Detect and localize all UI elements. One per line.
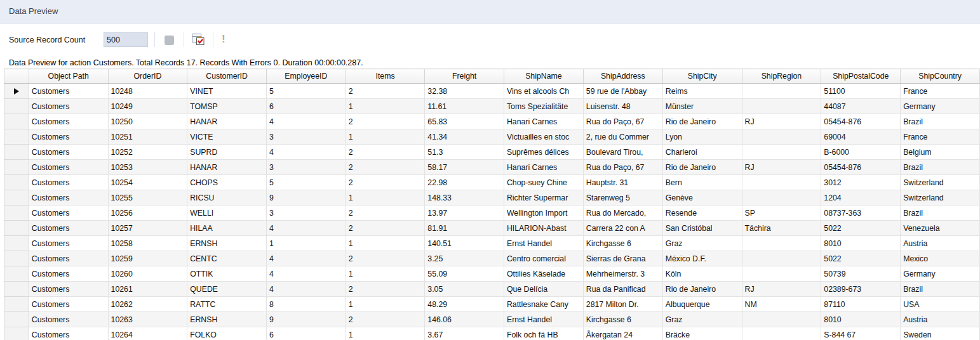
cell[interactable]: 10263	[108, 312, 187, 327]
cell[interactable]: 8010	[821, 312, 901, 327]
cell[interactable]: Rua do Mercado,	[583, 206, 662, 221]
cell[interactable]: 4	[266, 251, 346, 266]
cell[interactable]: 10259	[108, 251, 187, 266]
cell[interactable]: 1	[346, 266, 425, 282]
cell[interactable]: Köln	[662, 266, 742, 282]
cell[interactable]: 10250	[108, 114, 187, 129]
cell[interactable]: 02389-673	[821, 282, 901, 297]
cell[interactable]: 2	[346, 206, 425, 221]
row-selector[interactable]	[4, 160, 29, 175]
cell[interactable]: Vins et alcools Ch	[504, 84, 583, 99]
cell[interactable]: 4	[266, 114, 346, 129]
cell[interactable]: 8010	[821, 236, 901, 251]
cell[interactable]: USA	[901, 297, 980, 312]
cell[interactable]: Münster	[662, 99, 742, 114]
cell[interactable]: RJ	[742, 114, 821, 129]
cell[interactable]: 2	[346, 175, 425, 190]
cell[interactable]: 1	[346, 327, 425, 340]
cell[interactable]	[742, 266, 821, 282]
cell[interactable]: RJ	[742, 160, 821, 175]
cell[interactable]: Wellington Import	[504, 206, 583, 221]
cell[interactable]: Graz	[662, 312, 742, 327]
cell[interactable]: 65.83	[425, 114, 504, 129]
cell[interactable]: Toms Spezialitäte	[504, 99, 583, 114]
cell[interactable]: 148.33	[425, 190, 504, 206]
row-selector[interactable]	[4, 312, 29, 327]
cell[interactable]: Hanari Carnes	[504, 160, 583, 175]
cell[interactable]	[742, 236, 821, 251]
data-preview-check-icon[interactable]	[191, 32, 205, 46]
column-header-shipcountry[interactable]: ShipCountry	[901, 69, 980, 84]
cell[interactable]	[742, 190, 821, 206]
row-selector[interactable]	[4, 190, 29, 206]
cell[interactable]: Sierras de Grana	[583, 251, 662, 266]
cell[interactable]: 140.51	[425, 236, 504, 251]
cell[interactable]	[742, 175, 821, 190]
cell[interactable]: QUEDE	[187, 282, 267, 297]
selector-column-header[interactable]	[4, 69, 29, 84]
cell[interactable]: 1	[266, 236, 346, 251]
cell[interactable]: 2	[346, 114, 425, 129]
cell[interactable]: Belgium	[901, 145, 980, 160]
row-selector[interactable]	[4, 206, 29, 221]
cell[interactable]: Customers	[29, 114, 108, 129]
cell[interactable]: OTTIK	[187, 266, 267, 282]
cell[interactable]: Rua do Paço, 67	[583, 114, 662, 129]
row-selector[interactable]	[4, 266, 29, 282]
cell[interactable]: CENTC	[187, 251, 267, 266]
cell[interactable]: CHOPS	[187, 175, 267, 190]
cell[interactable]: Venezuela	[901, 221, 980, 236]
cell[interactable]: 6	[266, 99, 346, 114]
cell[interactable]: 5	[266, 175, 346, 190]
row-selector[interactable]	[4, 251, 29, 266]
cell[interactable]: 44087	[821, 99, 901, 114]
cell[interactable]: 87110	[821, 297, 901, 312]
cell[interactable]: Kirchgasse 6	[583, 312, 662, 327]
cell[interactable]: 11.61	[425, 99, 504, 114]
cell[interactable]: 2	[346, 84, 425, 99]
cell[interactable]: 146.06	[425, 312, 504, 327]
cell[interactable]: Centro comercial	[504, 251, 583, 266]
cell[interactable]: Boulevard Tirou,	[583, 145, 662, 160]
cell[interactable]: 10255	[108, 190, 187, 206]
cell[interactable]: Charleroi	[662, 145, 742, 160]
cell[interactable]: 10262	[108, 297, 187, 312]
cell[interactable]: 69004	[821, 129, 901, 145]
cell[interactable]: Customers	[29, 312, 108, 327]
column-header-shipregion[interactable]: ShipRegion	[742, 69, 821, 84]
cell[interactable]: 55.09	[425, 266, 504, 282]
cell[interactable]: HANAR	[187, 114, 267, 129]
cell[interactable]: 10261	[108, 282, 187, 297]
column-header-shipaddress[interactable]: ShipAddress	[583, 69, 662, 84]
column-header-orderid[interactable]: OrderID	[108, 69, 187, 84]
cell[interactable]: Austria	[901, 312, 980, 327]
cell[interactable]: 81.91	[425, 221, 504, 236]
cell[interactable]: Germany	[901, 266, 980, 282]
cell[interactable]: 10260	[108, 266, 187, 282]
cell[interactable]: 05454-876	[821, 160, 901, 175]
column-header-shipcity[interactable]: ShipCity	[662, 69, 742, 84]
cell[interactable]: Resende	[662, 206, 742, 221]
cell[interactable]: 3	[266, 206, 346, 221]
cell[interactable]: Lyon	[662, 129, 742, 145]
cell[interactable]: Customers	[29, 282, 108, 297]
cell[interactable]: Switzerland	[901, 190, 980, 206]
cell[interactable]: 10254	[108, 175, 187, 190]
cell[interactable]: 4	[266, 266, 346, 282]
cell[interactable]: México D.F.	[662, 251, 742, 266]
cell[interactable]: Ernst Handel	[504, 312, 583, 327]
cell[interactable]: Germany	[901, 99, 980, 114]
cell[interactable]: Customers	[29, 327, 108, 340]
column-header-items[interactable]: Items	[346, 69, 425, 84]
row-selector[interactable]	[4, 327, 29, 340]
cell[interactable]: Rua do Paço, 67	[583, 160, 662, 175]
cell[interactable]: 1	[346, 129, 425, 145]
column-header-object-path[interactable]: Object Path	[29, 69, 108, 84]
cell[interactable]: 10252	[108, 145, 187, 160]
cell[interactable]: 10257	[108, 221, 187, 236]
cell[interactable]: Chop-suey Chine	[504, 175, 583, 190]
cell[interactable]: 1	[346, 297, 425, 312]
cell[interactable]: SP	[742, 206, 821, 221]
cell[interactable]: 2	[346, 221, 425, 236]
cell[interactable]: NM	[742, 297, 821, 312]
